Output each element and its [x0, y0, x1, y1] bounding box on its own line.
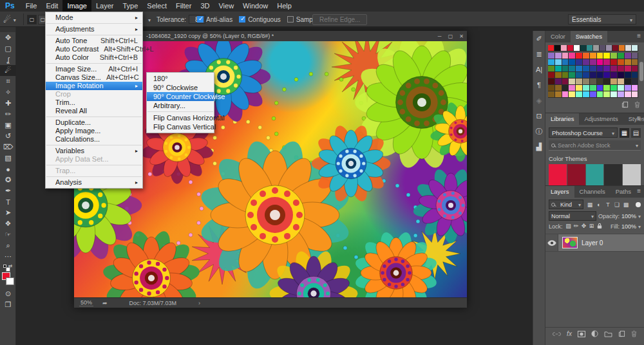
- color-swatch[interactable]: [625, 91, 632, 98]
- color-theme-swatch[interactable]: [623, 164, 641, 186]
- color-swatch[interactable]: [583, 79, 590, 85]
- screen-mode-button[interactable]: ❐: [0, 299, 16, 310]
- color-swatch[interactable]: [611, 79, 618, 85]
- color-swatch[interactable]: [603, 59, 611, 66]
- workspace-switcher[interactable]: Essentials: [568, 14, 636, 24]
- menu-bar-item-help[interactable]: Help: [272, 0, 296, 12]
- color-swatch[interactable]: [597, 72, 604, 79]
- add-layer-mask-icon[interactable]: [578, 331, 585, 337]
- color-swatch[interactable]: [632, 72, 639, 79]
- color-swatch[interactable]: [632, 66, 639, 72]
- new-adjustment-layer-icon[interactable]: [591, 330, 598, 337]
- filter-shape-layers-icon[interactable]: ❏: [612, 200, 621, 209]
- color-swatch[interactable]: [618, 79, 625, 85]
- layer-thumbnail[interactable]: [562, 237, 578, 248]
- quick-mask-button[interactable]: ⊙: [0, 288, 16, 299]
- color-swatch[interactable]: [590, 91, 597, 98]
- character-icon[interactable]: A|: [533, 62, 545, 77]
- gradient-tool[interactable]: ▧: [0, 153, 16, 163]
- maximize-button[interactable]: ▢: [445, 33, 456, 39]
- color-swatch[interactable]: [548, 79, 555, 85]
- color-swatch[interactable]: [548, 53, 555, 59]
- color-swatch[interactable]: [555, 85, 562, 91]
- lock-artboards-icon[interactable]: ⊞: [588, 223, 596, 230]
- color-swatch[interactable]: [576, 72, 583, 79]
- recent-swatch[interactable]: [574, 45, 580, 51]
- recent-swatch[interactable]: [606, 45, 612, 51]
- color-swatch[interactable]: [611, 91, 618, 98]
- color-swatch[interactable]: [625, 59, 632, 66]
- menu-bar-item-layer[interactable]: Layer: [91, 0, 118, 12]
- menu-item-apply-image[interactable]: Apply Image...: [46, 127, 142, 135]
- color-swatch[interactable]: [632, 79, 639, 85]
- pen-tool[interactable]: ✒: [0, 185, 16, 196]
- color-swatch[interactable]: [583, 53, 590, 59]
- fill-field[interactable]: 100%: [621, 223, 641, 230]
- tab-channels[interactable]: Channels: [574, 186, 611, 198]
- color-theme-swatch[interactable]: [604, 164, 622, 186]
- tab-libraries[interactable]: Libraries: [545, 113, 579, 125]
- tab-layers[interactable]: Layers: [545, 186, 574, 198]
- recent-swatch[interactable]: [593, 45, 600, 51]
- color-swatch[interactable]: [562, 91, 569, 98]
- menu-item-variables[interactable]: Variables▸: [46, 147, 142, 155]
- color-swatch[interactable]: [576, 66, 583, 72]
- filter-pixel-layers-icon[interactable]: ▦: [585, 200, 594, 209]
- recent-swatch[interactable]: [554, 45, 561, 51]
- menu-item-trim[interactable]: Trim...: [46, 98, 142, 107]
- scrollbar-thumb[interactable]: [639, 62, 643, 81]
- menu-item-flip-canvas-vertical[interactable]: Flip Canvas Vertical: [147, 122, 214, 131]
- lasso-tool[interactable]: ʆ: [0, 54, 16, 65]
- menu-bar-item-edit[interactable]: Edit: [41, 0, 62, 12]
- recent-swatch[interactable]: [632, 45, 638, 51]
- color-swatch[interactable]: [611, 66, 618, 72]
- color-swatch[interactable]: [562, 59, 569, 66]
- color-theme-swatch[interactable]: [567, 164, 585, 186]
- type-tool[interactable]: T: [0, 196, 16, 207]
- color-swatch[interactable]: [548, 66, 555, 72]
- menu-bar-item-image[interactable]: Image: [62, 0, 91, 12]
- color-swatch[interactable]: [583, 72, 590, 79]
- menu-bar-item-view[interactable]: View: [214, 0, 238, 12]
- color-swatch[interactable]: [597, 91, 604, 98]
- menu-item-auto-color[interactable]: Auto ColorShift+Ctrl+B: [46, 53, 142, 62]
- color-swatch[interactable]: [576, 79, 583, 85]
- path-selection-tool[interactable]: ➤: [0, 207, 16, 218]
- menu-item-180[interactable]: 180°: [147, 74, 214, 83]
- color-swatch[interactable]: [618, 53, 625, 59]
- layer-visibility-toggle[interactable]: [545, 234, 558, 251]
- color-swatch[interactable]: [603, 79, 611, 85]
- recent-swatch[interactable]: [619, 45, 625, 51]
- delete-swatch-icon[interactable]: [634, 99, 640, 111]
- color-swatch[interactable]: [590, 72, 597, 79]
- color-swatch[interactable]: [590, 59, 597, 66]
- menu-item-image-rotation[interactable]: Image Rotation▸: [46, 82, 142, 90]
- color-theme-swatch[interactable]: [549, 164, 567, 186]
- color-swatch[interactable]: [562, 72, 569, 79]
- contiguous-checkbox[interactable]: [239, 16, 245, 23]
- status-options-arrow[interactable]: ›: [198, 300, 200, 306]
- color-swatch[interactable]: [569, 59, 576, 66]
- color-swatch[interactable]: [576, 59, 583, 66]
- color-swatch[interactable]: [548, 91, 555, 98]
- color-swatch[interactable]: [555, 53, 562, 59]
- grid-view-icon[interactable]: ▦: [620, 128, 629, 138]
- color-swatch[interactable]: [625, 53, 632, 59]
- default-colors-icon[interactable]: [3, 265, 6, 268]
- menu-item-flip-canvas-horizontal[interactable]: Flip Canvas Horizontal: [147, 113, 214, 122]
- color-swatch[interactable]: [618, 91, 625, 98]
- color-swatch[interactable]: [555, 66, 562, 72]
- tab-swatches[interactable]: Swatches: [571, 31, 607, 42]
- eyedropper-tool[interactable]: ✧: [0, 87, 16, 98]
- menu-item-mode[interactable]: Mode▸: [46, 14, 142, 22]
- minimize-button[interactable]: ─: [434, 33, 445, 39]
- lock-position-icon[interactable]: ✥: [580, 223, 588, 230]
- color-swatch[interactable]: [576, 91, 583, 98]
- recent-swatch[interactable]: [587, 45, 593, 51]
- dodge-tool[interactable]: ✪: [0, 174, 16, 185]
- tab-styles[interactable]: Styles: [623, 113, 644, 125]
- more-tools[interactable]: ⋯: [0, 251, 16, 262]
- menu-item-auto-contrast[interactable]: Auto ContrastAlt+Shift+Ctrl+L: [46, 45, 142, 53]
- layer-row[interactable]: Layer 0: [545, 234, 644, 251]
- recent-swatch[interactable]: [625, 45, 632, 51]
